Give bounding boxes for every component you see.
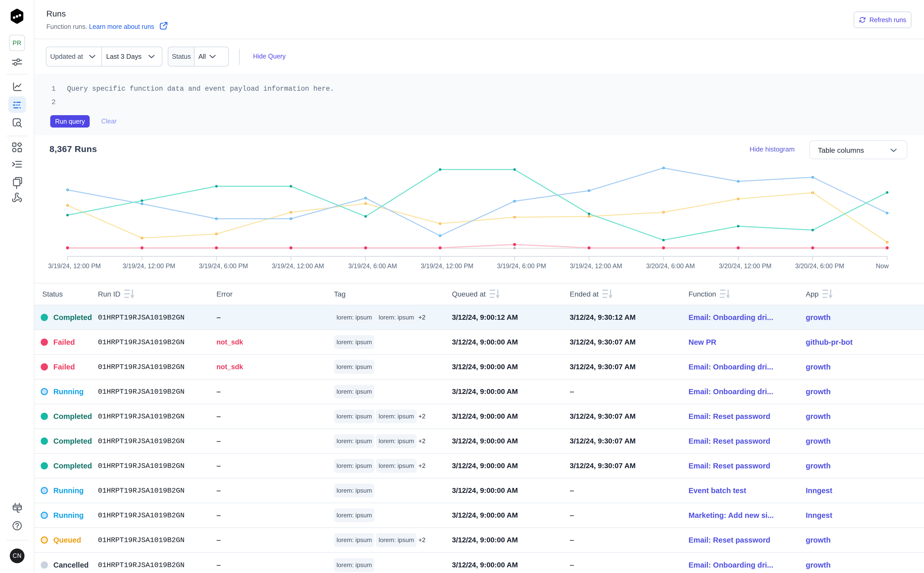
svg-text:3/20/24, 6:00 AM: 3/20/24, 6:00 AM [646, 262, 695, 269]
svg-text:3/19/24, 12:00 AM: 3/19/24, 12:00 AM [570, 262, 622, 269]
svg-text:Now: Now [876, 262, 889, 269]
svg-text:3/20/24, 12:00 PM: 3/20/24, 12:00 PM [719, 262, 772, 269]
svg-text:3/19/24, 6:00 PM: 3/19/24, 6:00 PM [497, 262, 546, 269]
svg-text:3/19/24, 12:00 PM: 3/19/24, 12:00 PM [421, 262, 473, 269]
svg-text:3/19/24, 12:00 PM: 3/19/24, 12:00 PM [48, 262, 101, 269]
svg-text:3/19/24, 6:00 AM: 3/19/24, 6:00 AM [348, 262, 397, 269]
svg-text:3/19/24, 12:00 AM: 3/19/24, 12:00 AM [272, 262, 324, 269]
svg-text:3/19/24, 12:00 PM: 3/19/24, 12:00 PM [123, 262, 175, 269]
svg-text:3/19/24, 6:00 PM: 3/19/24, 6:00 PM [199, 262, 248, 269]
svg-text:3/20/24, 6:00 PM: 3/20/24, 6:00 PM [795, 262, 844, 269]
